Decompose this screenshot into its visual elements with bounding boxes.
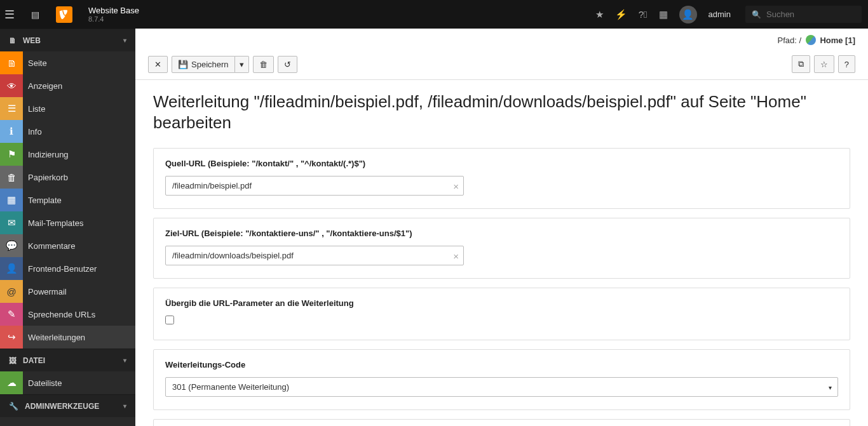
content-area: Pfad: / Home [1] ✕ 💾Speichern ▾ 🗑 ↺ ⧉ ☆ … bbox=[135, 29, 868, 426]
list-icon: ☰ bbox=[0, 97, 23, 120]
username[interactable]: admin bbox=[709, 10, 731, 19]
avatar[interactable]: 👤 bbox=[679, 6, 697, 23]
mail-icon: ✉ bbox=[0, 211, 23, 234]
code-select[interactable]: 301 (Permanente Weiterleitung) bbox=[165, 377, 838, 397]
template-icon: ▦ bbox=[0, 189, 23, 211]
typo3-logo bbox=[56, 6, 72, 23]
passparams-checkbox[interactable] bbox=[165, 316, 174, 324]
powermail-icon: @ bbox=[0, 280, 23, 303]
close-icon: ✕ bbox=[154, 60, 161, 69]
nav-item-seite[interactable]: 🗎Seite bbox=[0, 51, 135, 74]
code-label: Weiterleitungs-Code bbox=[165, 360, 838, 369]
star-icon: ☆ bbox=[820, 60, 828, 69]
help-icon[interactable]: ?⃝ bbox=[639, 9, 648, 20]
site-title: Website Base bbox=[88, 6, 139, 15]
app-icon[interactable]: ▦ bbox=[659, 9, 668, 20]
favorite-button[interactable]: ☆ bbox=[814, 55, 834, 73]
passparams-label: Übergib die URL-Parameter an die Weiterl… bbox=[165, 298, 838, 308]
target-url-input[interactable] bbox=[165, 246, 464, 265]
bookmark-icon[interactable]: ★ bbox=[595, 9, 604, 20]
section-description: Beschreibung bbox=[153, 419, 850, 426]
nav-item-dateiliste[interactable]: ☁Dateiliste bbox=[0, 371, 135, 394]
nav-item-frontend-benutzer[interactable]: 👤Frontend-Benutzer bbox=[0, 257, 135, 280]
nav-item-papierkorb[interactable]: 🗑Papierkorb bbox=[0, 166, 135, 189]
search-box[interactable]: 🔍 bbox=[745, 6, 862, 23]
breadcrumb-page[interactable]: Home [1] bbox=[820, 36, 855, 45]
flash-icon[interactable]: ⚡ bbox=[615, 9, 627, 20]
wrench-icon: 🔧 bbox=[9, 402, 18, 411]
site-version: 8.7.4 bbox=[88, 15, 139, 23]
save-dropdown[interactable]: ▾ bbox=[235, 56, 249, 73]
nav-header-web[interactable]: 🗎 WEB▾ bbox=[0, 29, 135, 51]
eye-icon: 👁 bbox=[0, 74, 23, 97]
index-icon: ⚑ bbox=[0, 143, 23, 166]
undo-button[interactable]: ↺ bbox=[278, 56, 297, 73]
search-input[interactable] bbox=[766, 10, 855, 19]
comment-icon: 💬 bbox=[0, 234, 23, 257]
redirect-icon: ↪ bbox=[0, 326, 23, 349]
nav-item-sprechende-urls[interactable]: ✎Sprechende URLs bbox=[0, 303, 135, 326]
target-url-label: Ziel-URL (Beispiele: "/kontaktiere-uns/"… bbox=[165, 229, 838, 238]
nav-item-liste[interactable]: ☰Liste bbox=[0, 97, 135, 120]
help-button[interactable]: ? bbox=[838, 55, 855, 73]
trash-icon: 🗑 bbox=[259, 60, 268, 69]
nav-header-datei[interactable]: 🖼 DATEI▾ bbox=[0, 349, 135, 371]
globe-icon bbox=[806, 35, 816, 45]
section-target-url: Ziel-URL (Beispiele: "/kontaktiere-uns/"… bbox=[153, 218, 850, 279]
menu-toggle-icon[interactable]: ☰ bbox=[0, 8, 19, 22]
user-icon: 👤 bbox=[0, 257, 23, 280]
breadcrumb: Pfad: / Home [1] bbox=[135, 29, 868, 45]
trash-icon: 🗑 bbox=[0, 166, 23, 189]
save-button[interactable]: 💾Speichern bbox=[172, 56, 235, 73]
delete-button[interactable]: 🗑 bbox=[253, 56, 274, 73]
open-new-button[interactable]: ⧉ bbox=[792, 55, 810, 73]
page-icon: 🗎 bbox=[0, 51, 23, 74]
undo-icon: ↺ bbox=[284, 60, 291, 69]
section-passparams: Übergib die URL-Parameter an die Weiterl… bbox=[153, 288, 850, 340]
nav-item-indizierung[interactable]: ⚑Indizierung bbox=[0, 143, 135, 166]
docheader: ✕ 💾Speichern ▾ 🗑 ↺ ⧉ ☆ ? bbox=[135, 49, 868, 80]
page-title: Weiterleitung "/fileadmin/beispiel.pdf, … bbox=[135, 80, 868, 139]
nav-item-mailtemplates[interactable]: ✉Mail-Templates bbox=[0, 211, 135, 234]
save-icon: 💾 bbox=[178, 60, 188, 69]
clear-icon[interactable]: × bbox=[453, 250, 459, 261]
nav-item-kommentare[interactable]: 💬Kommentare bbox=[0, 234, 135, 257]
section-code: Weiterleitungs-Code 301 (Permanente Weit… bbox=[153, 349, 850, 410]
tree-toggle-icon[interactable]: ▤ bbox=[29, 10, 41, 20]
info-icon: ℹ bbox=[0, 120, 23, 143]
clear-icon[interactable]: × bbox=[453, 180, 459, 191]
sidebar: 🗎 WEB▾ 🗎Seite 👁Anzeigen ☰Liste ℹInfo ⚑In… bbox=[0, 29, 135, 426]
filelist-icon: ☁ bbox=[0, 371, 23, 394]
close-button[interactable]: ✕ bbox=[148, 56, 168, 73]
nav-item-anzeigen[interactable]: 👁Anzeigen bbox=[0, 74, 135, 97]
image-icon: 🖼 bbox=[9, 356, 17, 365]
external-icon: ⧉ bbox=[798, 59, 804, 69]
nav-item-template[interactable]: ▦Template bbox=[0, 189, 135, 211]
chevron-down-icon: ▾ bbox=[240, 60, 244, 69]
source-url-input[interactable] bbox=[165, 176, 464, 196]
folder-icon: 🗎 bbox=[9, 36, 17, 45]
nav-header-admin[interactable]: 🔧 ADMINWERKZEUGE▾ bbox=[0, 394, 135, 417]
nav-item-info[interactable]: ℹInfo bbox=[0, 120, 135, 143]
url-icon: ✎ bbox=[0, 303, 23, 326]
source-url-label: Quell-URL (Beispiele: "/kontakt/" , "^/k… bbox=[165, 159, 838, 168]
question-icon: ? bbox=[844, 60, 849, 69]
nav-item-powermail[interactable]: @Powermail bbox=[0, 280, 135, 303]
nav-item-weiterleitungen[interactable]: ↪Weiterleitungen bbox=[0, 326, 135, 349]
topbar: ☰ ▤ Website Base 8.7.4 ★ ⚡ ?⃝ ▦ 👤 admin … bbox=[0, 0, 868, 29]
section-source-url: Quell-URL (Beispiele: "/kontakt/" , "^/k… bbox=[153, 148, 850, 209]
search-icon: 🔍 bbox=[752, 10, 761, 19]
